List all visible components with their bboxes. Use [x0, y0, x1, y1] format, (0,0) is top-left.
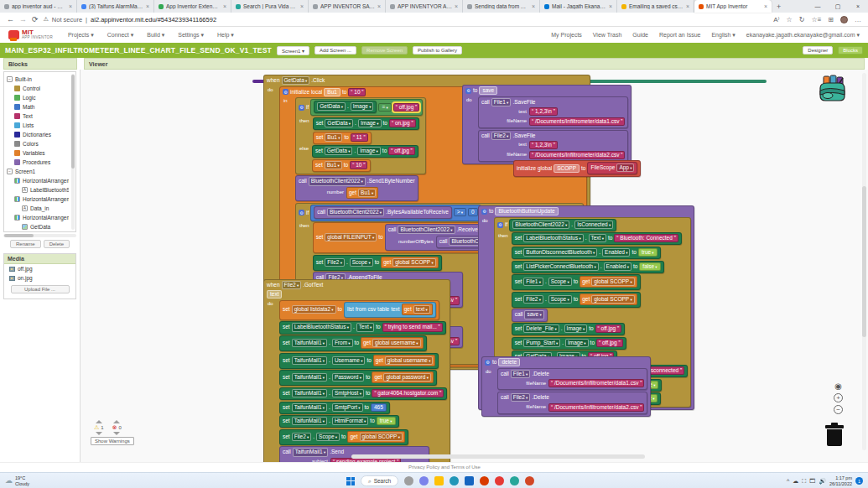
palette-item-control[interactable]: Control — [7, 84, 69, 93]
ai-block[interactable]: initialize globalSCOPPtoFileScopeApp — [513, 160, 641, 177]
palette-item-math[interactable]: Math — [7, 102, 69, 112]
boolean-block[interactable]: true — [377, 417, 396, 425]
ai-block[interactable]: FileScopeApp — [587, 162, 637, 174]
ai-block[interactable]: callsave — [512, 309, 548, 321]
rename-button[interactable]: Rename — [10, 240, 41, 248]
ai-block[interactable]: callBluetoothClient2022.BytesAvailableTo… — [314, 206, 452, 219]
dropdown-field[interactable]: File2 — [511, 393, 531, 402]
comparison-operator[interactable]: = — [378, 103, 391, 112]
dropdown-field[interactable]: BluetoothClient2022 — [327, 208, 384, 216]
text-string-block[interactable]: “ /Documents/Infiltrometer/data2.csv ” — [529, 151, 625, 159]
dropdown-field[interactable]: From — [332, 339, 353, 347]
collections-icon[interactable]: ⊞ — [828, 16, 834, 23]
dropdown-field[interactable]: Pump_Start — [523, 339, 560, 347]
palette-item-horizontalarrangemen[interactable]: HorizontalArrangemen — [7, 195, 69, 204]
get-variable-block[interactable]: getglobal SCOPP — [580, 293, 637, 305]
dropdown-field[interactable]: Text — [589, 234, 606, 242]
link-report-an-issue[interactable]: Report an Issue — [659, 32, 700, 38]
dropdown-field[interactable]: File2 — [523, 295, 543, 304]
dropdown-field[interactable]: Image — [351, 102, 374, 111]
link-guide[interactable]: Guide — [632, 32, 648, 38]
tab-close-icon[interactable]: × — [532, 3, 535, 9]
mutator-icon[interactable]: ⚙ — [283, 89, 288, 95]
favorites-bar-icon[interactable]: ☆≡ — [811, 16, 821, 23]
notification-badge[interactable]: 1 — [855, 477, 863, 485]
link-my-projects[interactable]: My Projects — [551, 32, 582, 38]
dropdown-field[interactable]: TaifunMail1 — [293, 448, 328, 456]
text-string-block[interactable]: “ on.jpg ” — [389, 119, 416, 127]
forward-icon[interactable]: → — [19, 15, 27, 23]
ai-block[interactable]: whenFile2.GotTexttextdosetglobal listdat… — [263, 279, 450, 462]
dropdown-field[interactable]: File2 — [292, 433, 312, 441]
dropdown-field[interactable]: ButtonDisconnectBluetooth — [523, 248, 597, 257]
ai-block[interactable]: setFile2.Scopetogetglobal SCOPP — [279, 429, 408, 445]
block-group-to-delete[interactable]: ⚙todeletedocallFile1.DeletefileName“ /Do… — [481, 356, 651, 417]
tab-close-icon[interactable]: × — [686, 3, 689, 9]
dropdown-field[interactable]: SmtpPort — [332, 403, 363, 412]
ai-block[interactable]: setBu1to“ 11 ” — [313, 132, 372, 144]
browser-tab[interactable]: Sending data from Arduino to…× — [463, 0, 540, 13]
favorite-icon[interactable]: ☆ — [787, 16, 793, 23]
dropdown-field[interactable]: LabelBluetoothStatus — [523, 234, 583, 242]
browser-tab[interactable]: app inventor aud - Search× — [0, 0, 77, 13]
ai-block[interactable]: ⚙tosavedocallFile1.SaveFiletext“ 1,2,3\n… — [462, 85, 632, 164]
mutator-icon[interactable]: ⚙ — [299, 210, 304, 215]
weather-widget[interactable]: ☁ 19°C Cloudy — [5, 475, 29, 485]
name-field[interactable]: delete — [498, 358, 520, 366]
dropdown-field[interactable]: TaifunMail1 — [292, 339, 327, 347]
text-string-block[interactable]: “ /Documents/Infiltrometer/data1.csv ” — [548, 379, 644, 387]
palette-item-labelbluetoothstat[interactable]: ALabelBluetoothStat — [7, 185, 69, 195]
menu-connect[interactable]: Connect ▾ — [107, 32, 134, 39]
get-variable-block[interactable]: getglobal SCOPP — [347, 431, 404, 443]
dropdown-field[interactable]: Scope — [350, 258, 373, 267]
dropdown-field[interactable]: BluetoothClient2022 — [309, 177, 366, 185]
name-field[interactable]: save — [479, 86, 497, 95]
center-blocks-icon[interactable]: ◉ — [834, 382, 842, 391]
ai-block[interactable]: setTaifunMail1.Fromtogetglobal username — [279, 335, 427, 351]
text-string-block[interactable]: “ 1,2,3\n ” — [529, 107, 558, 116]
link-view-trash[interactable]: View Trash — [593, 32, 622, 38]
taskbar-icon-store[interactable] — [465, 476, 474, 485]
dropdown-field[interactable]: Scope — [548, 278, 572, 286]
tab-close-icon[interactable]: × — [146, 3, 149, 9]
text-string-block[interactable]: “ gator4064.hostgator.com ” — [372, 389, 444, 397]
dropdown-field[interactable]: Username — [332, 356, 366, 365]
dropdown-field[interactable]: GetData — [282, 76, 310, 85]
dropdown-field[interactable]: Bu1 — [325, 161, 342, 169]
ai-block[interactable]: setFile2.Scopetogetglobal SCOPP — [512, 292, 641, 308]
back-icon[interactable]: ← — [7, 15, 14, 23]
history-icon[interactable]: ↻ — [799, 16, 805, 23]
get-variable-block[interactable]: getglobal password — [372, 371, 434, 383]
canvas-horizontal-scrollbar[interactable] — [351, 454, 645, 459]
get-variable-block[interactable]: getglobal username — [361, 337, 424, 349]
get-variable-block[interactable]: gettext — [402, 304, 433, 315]
ai-block[interactable]: callFile1.SaveFiletext“ 1,2,3\n ”fileNam… — [478, 96, 628, 128]
taskbar-icon-opera[interactable] — [495, 476, 504, 485]
palette-item-data-in[interactable]: AData_in — [7, 204, 69, 213]
dropdown-field[interactable]: Image — [358, 119, 382, 127]
dropdown-field[interactable]: TaifunMail1 — [292, 403, 327, 412]
dropdown-field[interactable]: GetData — [325, 147, 353, 155]
delete-button[interactable]: Delete — [44, 240, 70, 248]
text-string-block[interactable]: “ 10 ” — [350, 161, 367, 169]
menu-settings[interactable]: Settings ▾ — [178, 32, 204, 39]
palette-item-dictionaries[interactable]: Dictionaries — [7, 130, 69, 139]
dropdown-field[interactable]: SmtpHost — [332, 389, 364, 397]
ai-block[interactable]: setFile2.Scopetogetglobal SCOPP — [313, 255, 442, 271]
zoom-out-icon[interactable]: − — [834, 405, 843, 414]
comparison-operator[interactable]: > — [454, 208, 466, 216]
ai-block[interactable]: setGetData.Imageto“ on.jpg ” — [313, 117, 419, 130]
ai-block[interactable]: callBluetoothClient2022.BytesAvailableTo… — [310, 205, 481, 221]
dropdown-field[interactable]: HtmlFormat — [332, 417, 368, 425]
media-file-off-jpg[interactable]: off.jpg — [4, 264, 75, 273]
dropdown-field[interactable]: File1 — [511, 370, 531, 378]
tab-close-icon[interactable]: × — [377, 3, 381, 9]
text-string-block[interactable]: “ 11 ” — [351, 133, 368, 142]
tray-glyph-0[interactable]: ^ — [787, 478, 789, 485]
dropdown-field[interactable]: LabelBluetoothStatus — [292, 323, 351, 331]
palette-item-procedures[interactable]: Procedures — [7, 158, 69, 167]
browser-tab[interactable]: APP INVENTYOR ARDUINO D…× — [386, 0, 463, 13]
read-aloud-icon[interactable]: A⁾ — [773, 16, 779, 23]
minimize-button[interactable]: — — [808, 3, 828, 9]
dropdown-field[interactable]: BluetoothClient2022 — [398, 226, 455, 234]
